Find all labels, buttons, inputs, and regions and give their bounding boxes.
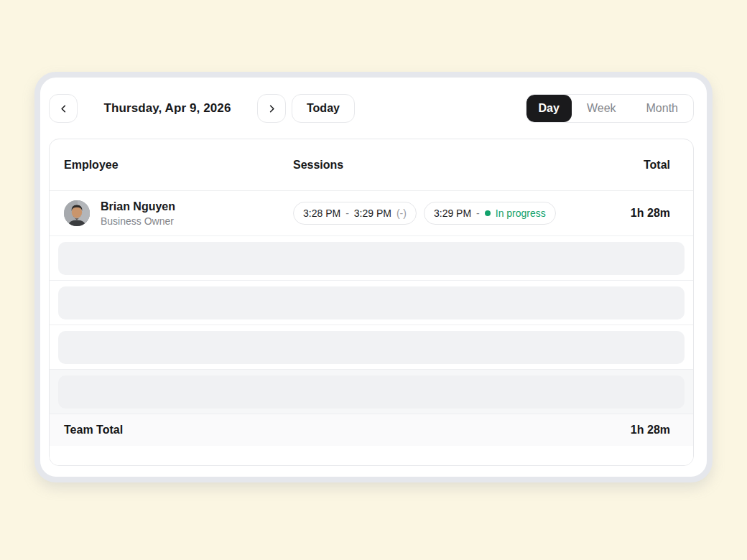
- prev-day-button[interactable]: [49, 94, 78, 123]
- row-total: 1h 28m: [585, 207, 693, 220]
- table-bottom-padding: [50, 446, 693, 465]
- tab-day[interactable]: Day: [526, 95, 572, 122]
- session-separator: -: [476, 207, 480, 219]
- skeleton-placeholder: [58, 331, 685, 364]
- employee-meta: Brian Nguyen Business Owner: [101, 200, 175, 227]
- team-total-value: 1h 28m: [585, 424, 693, 437]
- total-column-header: Total: [585, 159, 693, 172]
- table-header: Employee Sessions Total: [50, 139, 693, 191]
- sessions-cell: 3:28 PM - 3:29 PM (-) 3:29 PM - In progr…: [293, 202, 585, 225]
- skeleton-placeholder: [58, 375, 685, 409]
- tab-week[interactable]: Week: [572, 95, 631, 122]
- view-toggle: Day Week Month: [526, 94, 694, 123]
- skeleton-row-highlighted: [50, 370, 693, 414]
- page: { "nav": { "date_label": "Thursday, Apr …: [0, 0, 747, 560]
- table-row: Brian Nguyen Business Owner 3:28 PM - 3:…: [50, 191, 693, 236]
- chevron-left-icon: [58, 103, 69, 114]
- schedule-card: Thursday, Apr 9, 2026 Today Day Week Mon…: [34, 72, 713, 482]
- team-total-row: Team Total 1h 28m: [50, 414, 693, 446]
- session-chip[interactable]: 3:28 PM - 3:29 PM (-): [293, 202, 417, 225]
- chevron-right-icon: [266, 103, 277, 114]
- session-separator: -: [345, 207, 349, 219]
- tab-month[interactable]: Month: [631, 95, 693, 122]
- session-suffix: (-): [396, 207, 407, 219]
- today-button[interactable]: Today: [292, 94, 355, 123]
- timesheet-table: Employee Sessions Total: [49, 139, 694, 466]
- sessions-column-header: Sessions: [293, 159, 585, 172]
- avatar-photo: [64, 200, 90, 226]
- employee-cell: Brian Nguyen Business Owner: [50, 200, 293, 227]
- skeleton-row: [50, 325, 693, 370]
- employee-role: Business Owner: [101, 215, 175, 227]
- skeleton-row: [50, 236, 693, 281]
- employee-column-header: Employee: [50, 159, 293, 172]
- status-dot-icon: [485, 210, 491, 216]
- session-start-time: 3:29 PM: [434, 207, 471, 219]
- session-end-time: 3:29 PM: [354, 207, 391, 219]
- session-start-time: 3:28 PM: [303, 207, 340, 219]
- session-chip-in-progress[interactable]: 3:29 PM - In progress: [424, 202, 556, 225]
- date-navigation: Thursday, Apr 9, 2026 Today Day Week Mon…: [49, 94, 694, 123]
- current-date-label: Thursday, Apr 9, 2026: [78, 101, 257, 116]
- employee-name: Brian Nguyen: [101, 200, 175, 213]
- skeleton-row: [50, 281, 693, 325]
- card-content: Thursday, Apr 9, 2026 Today Day Week Mon…: [40, 78, 707, 477]
- skeleton-placeholder: [58, 286, 685, 319]
- next-day-button[interactable]: [257, 94, 286, 123]
- avatar: [64, 200, 90, 226]
- skeleton-placeholder: [58, 242, 685, 275]
- session-status-label: In progress: [496, 207, 546, 219]
- team-total-label: Team Total: [50, 424, 293, 437]
